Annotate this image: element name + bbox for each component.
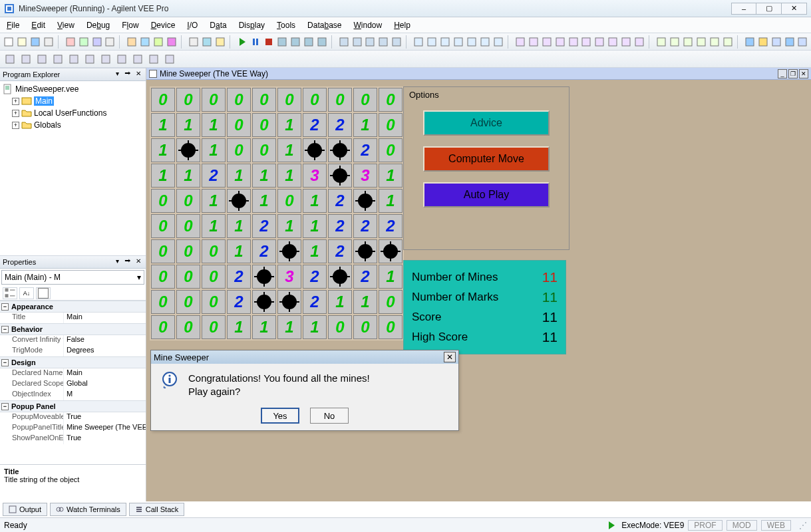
property-category[interactable]: −Appearance <box>0 301 146 313</box>
menu-display[interactable]: Display <box>239 21 265 30</box>
number-cell[interactable]: 1 <box>176 113 200 137</box>
toolbar-icon[interactable] <box>146 52 161 66</box>
property-grid[interactable]: −AppearanceTitleMain−BehaviorConvert Inf… <box>0 301 146 464</box>
window-maximize-button[interactable]: ▢ <box>756 3 782 15</box>
number-cell[interactable]: 1 <box>277 113 301 137</box>
menu-database[interactable]: Database <box>307 21 341 30</box>
number-cell[interactable]: 1 <box>176 164 200 188</box>
toolbar-icon[interactable] <box>43 35 55 49</box>
toolbar-icon[interactable] <box>65 35 77 49</box>
mine-cell[interactable] <box>277 239 301 263</box>
number-cell[interactable]: 1 <box>379 189 403 213</box>
number-cell[interactable]: 0 <box>379 88 403 112</box>
panel-dropdown-icon[interactable]: ▾ <box>112 257 122 267</box>
number-cell[interactable]: 2 <box>353 265 377 289</box>
number-cell[interactable]: 0 <box>151 315 175 339</box>
number-cell[interactable]: 1 <box>303 315 327 339</box>
mine-cell[interactable] <box>328 265 352 289</box>
number-cell[interactable]: 1 <box>277 315 301 339</box>
number-cell[interactable]: 1 <box>202 214 226 238</box>
toolbar-icon[interactable] <box>581 35 593 49</box>
tree-root[interactable]: MineSweeper.vee <box>0 83 146 95</box>
toolbar-icon[interactable] <box>633 35 645 49</box>
toolbar-icon[interactable] <box>528 35 540 49</box>
number-cell[interactable]: 0 <box>252 113 276 137</box>
toolbar-icon[interactable] <box>757 35 769 49</box>
auto-play-button[interactable]: Auto Play <box>423 182 550 207</box>
number-cell[interactable]: 1 <box>277 214 301 238</box>
number-cell[interactable]: 1 <box>202 113 226 137</box>
number-cell[interactable]: 0 <box>151 290 175 314</box>
number-cell[interactable]: 1 <box>252 164 276 188</box>
toolbar-icon[interactable] <box>316 35 328 49</box>
toolbar-icon[interactable] <box>188 35 200 49</box>
toolbar-icon[interactable] <box>452 35 464 49</box>
number-cell[interactable]: 2 <box>252 239 276 263</box>
toolbar-icon[interactable] <box>492 35 504 49</box>
mine-cell[interactable] <box>176 138 200 162</box>
toolbar-icon[interactable] <box>377 35 389 49</box>
toolbar-icon[interactable] <box>3 35 15 49</box>
number-cell[interactable]: 1 <box>328 290 352 314</box>
number-cell[interactable]: 0 <box>151 265 175 289</box>
property-row[interactable]: TrigModeDegrees <box>0 346 146 356</box>
tab-output[interactable]: Output <box>3 503 47 516</box>
mine-cell[interactable] <box>227 189 251 213</box>
toolbar-icon[interactable] <box>541 35 553 49</box>
toolbar-icon[interactable] <box>51 52 65 66</box>
menu-device[interactable]: Device <box>151 21 176 30</box>
property-row[interactable]: PopupPanelTitleMine Sweeper (The VEE <box>0 423 146 434</box>
number-cell[interactable]: 0 <box>202 315 226 339</box>
property-row[interactable]: PopupMoveableTrue <box>0 412 146 423</box>
dialog-no-button[interactable]: No <box>310 408 349 424</box>
tab-watch-terminals[interactable]: Watch Terminals <box>50 503 126 516</box>
number-cell[interactable]: 2 <box>303 265 327 289</box>
number-cell[interactable]: 1 <box>227 214 251 238</box>
number-cell[interactable]: 1 <box>151 138 175 162</box>
number-cell[interactable]: 0 <box>202 239 226 263</box>
mine-cell[interactable] <box>379 239 403 263</box>
toolbar-icon[interactable] <box>214 35 226 49</box>
tree-expander-icon[interactable]: + <box>12 98 19 105</box>
number-cell[interactable]: 0 <box>277 88 301 112</box>
workspace-minimize-button[interactable]: _ <box>778 69 787 78</box>
number-cell[interactable]: 0 <box>379 315 403 339</box>
number-cell[interactable]: 1 <box>379 164 403 188</box>
number-cell[interactable]: 2 <box>202 164 226 188</box>
number-cell[interactable]: 1 <box>151 113 175 137</box>
toolbar-icon[interactable] <box>351 35 363 49</box>
number-cell[interactable]: 1 <box>202 138 226 162</box>
toolbar-icon[interactable] <box>139 35 151 49</box>
toolbar-icon[interactable] <box>426 35 438 49</box>
toolbar-icon[interactable] <box>19 52 33 66</box>
toolbar-icon[interactable] <box>554 35 566 49</box>
toolbar-icon[interactable] <box>162 52 177 66</box>
number-cell[interactable]: 3 <box>303 164 327 188</box>
mine-cell[interactable] <box>277 290 301 314</box>
toolbar-icon[interactable] <box>682 35 694 49</box>
menu-debug[interactable]: Debug <box>86 21 110 30</box>
panel-close-icon[interactable]: ✕ <box>134 70 143 79</box>
number-cell[interactable]: 2 <box>227 265 251 289</box>
toolbar-icon[interactable] <box>98 52 113 66</box>
number-cell[interactable]: 2 <box>328 239 352 263</box>
toolbar-icon[interactable] <box>655 35 667 49</box>
number-cell[interactable]: 2 <box>303 113 327 137</box>
toolbar-icon[interactable] <box>126 35 138 49</box>
run-icon[interactable] <box>236 35 248 49</box>
number-cell[interactable]: 0 <box>151 189 175 213</box>
toolbar-icon[interactable] <box>391 35 403 49</box>
number-cell[interactable]: 0 <box>227 138 251 162</box>
toolbar-icon[interactable] <box>338 35 350 49</box>
number-cell[interactable]: 1 <box>353 290 377 314</box>
toolbar-icon[interactable] <box>201 35 213 49</box>
toolbar-icon[interactable] <box>166 35 178 49</box>
tab-call-stack[interactable]: Call Stack <box>129 503 185 516</box>
menu-view[interactable]: View <box>57 21 75 30</box>
mine-cell[interactable] <box>303 138 327 162</box>
panel-pin-icon[interactable]: ⮕ <box>123 257 132 267</box>
toolbar-icon[interactable] <box>130 52 145 66</box>
toolbar-icon[interactable] <box>289 35 301 49</box>
number-cell[interactable]: 0 <box>328 88 352 112</box>
menu-flow[interactable]: Flow <box>122 21 138 30</box>
